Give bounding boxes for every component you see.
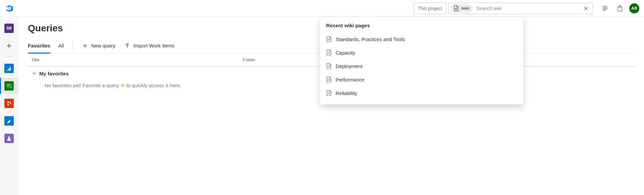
settings-button[interactable] — [598, 0, 612, 17]
chevron-down-icon[interactable] — [32, 71, 37, 76]
recent-page-item[interactable]: Reliability — [326, 86, 517, 100]
recent-page-item[interactable]: Standards, Practices and Tools — [326, 32, 517, 46]
search-clear-button[interactable] — [582, 4, 590, 12]
page-icon — [326, 90, 332, 96]
search-scope-label: This project — [418, 6, 442, 11]
top-bar: This project /wiki AR — [0, 0, 644, 17]
svg-point-6 — [7, 104, 9, 105]
recent-page-label: Reliability — [336, 90, 357, 96]
rail-boards[interactable] — [0, 78, 18, 94]
project-initials: IW — [7, 26, 12, 31]
tab-favorites[interactable]: Favorites — [28, 38, 50, 53]
recent-page-item[interactable]: Performance — [326, 73, 517, 86]
close-icon — [584, 6, 588, 11]
page-icon — [326, 63, 332, 69]
plus-icon — [82, 43, 88, 48]
page-icon — [326, 36, 332, 42]
rail-divider — [4, 57, 14, 57]
star-icon: ★ — [120, 82, 125, 89]
page-icon — [326, 76, 332, 83]
left-nav-rail: IW — [0, 17, 18, 195]
recent-page-label: Performance — [336, 77, 364, 83]
search-filter-pill[interactable]: /wiki — [451, 4, 473, 12]
product-logo[interactable] — [0, 0, 18, 17]
plus-icon — [6, 42, 12, 49]
rail-test-plans[interactable] — [0, 130, 18, 147]
pipelines-icon — [4, 116, 14, 126]
rail-repos[interactable] — [0, 95, 18, 111]
azure-devops-icon — [5, 4, 14, 13]
import-work-items-button[interactable]: Import Work Items — [124, 38, 175, 53]
tabs-separator — [73, 42, 73, 50]
search-box[interactable]: /wiki — [448, 3, 593, 14]
svg-point-5 — [7, 101, 9, 103]
recent-page-label: Deployment — [336, 63, 362, 69]
import-icon — [125, 43, 130, 48]
new-query-button[interactable]: New query — [82, 38, 116, 53]
empty-text-after: to quickly access it here. — [126, 83, 181, 88]
svg-point-0 — [603, 6, 604, 6]
search-input[interactable] — [475, 5, 582, 11]
page-icon — [454, 5, 459, 11]
tab-all[interactable]: All — [58, 38, 64, 53]
repos-icon — [4, 99, 14, 108]
avatar-initials: AR — [631, 6, 637, 11]
test-plans-icon — [4, 134, 14, 143]
project-tile: IW — [4, 24, 14, 33]
tab-favorites-label: Favorites — [28, 43, 50, 48]
rail-pipelines[interactable] — [0, 113, 18, 129]
search-filter-label: /wiki — [461, 6, 469, 11]
overview-icon — [4, 64, 14, 73]
dropdown-heading: Recent wiki pages — [326, 23, 517, 28]
svg-point-8 — [7, 122, 8, 123]
recent-wiki-dropdown: Recent wiki pages Standards, Practices a… — [320, 17, 523, 104]
recent-page-item[interactable]: Capacity — [326, 46, 517, 59]
svg-point-2 — [604, 8, 605, 9]
search-scope-chip[interactable]: This project — [414, 3, 446, 14]
user-avatar[interactable]: AR — [629, 3, 639, 13]
import-label: Import Work Items — [133, 43, 174, 48]
empty-text-before: No favorites yet! Favorite a query — [45, 83, 119, 88]
recent-page-item[interactable]: Deployment — [326, 59, 517, 73]
new-query-label: New query — [91, 43, 115, 48]
list-settings-icon — [602, 5, 608, 11]
recent-page-label: Capacity — [336, 50, 355, 56]
tab-all-label: All — [58, 43, 64, 48]
svg-point-1 — [605, 7, 606, 8]
svg-point-4 — [9, 86, 12, 89]
shopping-bag-icon — [617, 5, 623, 12]
column-title[interactable]: Title — [28, 57, 243, 62]
rail-add[interactable] — [0, 38, 18, 54]
recent-page-label: Standards, Practices and Tools — [336, 36, 405, 42]
page-icon — [326, 50, 332, 56]
rail-overview[interactable] — [0, 60, 18, 76]
marketplace-button[interactable] — [612, 0, 627, 17]
boards-icon — [4, 81, 14, 91]
group-label: My favorites — [39, 71, 69, 76]
rail-project[interactable]: IW — [0, 20, 18, 36]
